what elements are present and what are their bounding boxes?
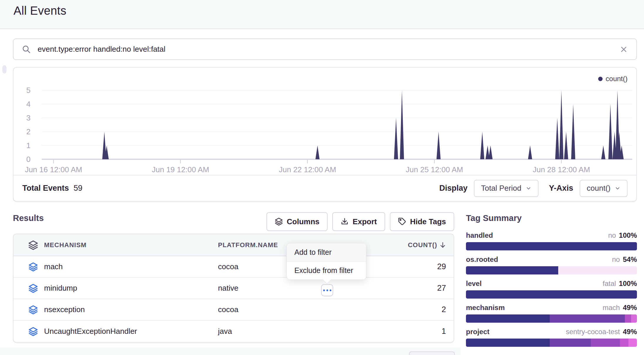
layers-icon[interactable] xyxy=(14,305,44,314)
cell-actions-button[interactable] xyxy=(321,284,333,296)
tag-top-value: no xyxy=(612,255,620,264)
count-legend-dot xyxy=(598,77,603,81)
tag-bar[interactable] xyxy=(466,266,637,274)
sort-desc-icon xyxy=(439,241,447,249)
tag-top-pct: 49% xyxy=(623,328,637,336)
yaxis-select-value: count() xyxy=(587,184,611,193)
tag-label-row: projectsentry-cocoa-test49% xyxy=(466,328,637,336)
count-cell[interactable]: 27 xyxy=(371,284,454,293)
page-title: All Events xyxy=(14,4,66,17)
chevron-down-icon xyxy=(615,185,620,191)
count-cell[interactable]: 1 xyxy=(371,327,454,336)
table-row[interactable]: UncaughtExceptionHandlerjava1 xyxy=(14,321,454,342)
tag-bar-segment[interactable] xyxy=(625,314,631,323)
bottom-strip xyxy=(0,347,461,355)
tag-item: handledno100% xyxy=(466,231,637,250)
layers-icon xyxy=(275,217,283,226)
platform-cell[interactable]: native xyxy=(218,284,371,293)
column-header-mechanism[interactable]: MECHANISM xyxy=(44,241,218,249)
tag-top-pct: 100% xyxy=(619,231,637,240)
search-input[interactable] xyxy=(38,45,619,54)
count-cell[interactable]: 2 xyxy=(371,305,454,314)
mechanism-cell[interactable]: minidump xyxy=(44,284,218,293)
tag-top-value: mach xyxy=(603,304,620,312)
display-select-value: Total Period xyxy=(481,184,521,193)
events-chart[interactable]: 012345Jun 16 12:00 AMJun 19 12:00 AMJun … xyxy=(14,71,636,176)
tag-top-value: fatal xyxy=(603,279,616,288)
search-icon xyxy=(22,45,31,54)
tag-name: project xyxy=(466,328,489,336)
tag-name: handled xyxy=(466,231,493,240)
chart-legend[interactable]: count() xyxy=(598,75,628,83)
tag-top-value: sentry-cocoa-test xyxy=(566,328,620,336)
layers-icon[interactable] xyxy=(14,327,44,336)
svg-text:5: 5 xyxy=(26,86,31,95)
layers-icon[interactable] xyxy=(14,262,44,272)
column-header-count[interactable]: COUNT() xyxy=(371,241,454,249)
count-cell[interactable]: 29 xyxy=(371,262,454,271)
export-button-label: Export xyxy=(353,217,377,226)
svg-text:3: 3 xyxy=(26,113,31,122)
svg-text:Jun 28 12:00 AM: Jun 28 12:00 AM xyxy=(533,165,590,174)
download-icon xyxy=(341,217,349,226)
svg-text:2: 2 xyxy=(26,127,31,136)
tag-top-pct: 100% xyxy=(619,279,637,288)
yaxis-select[interactable]: count() xyxy=(580,180,628,197)
mechanism-cell[interactable]: mach xyxy=(44,262,218,271)
add-to-filter-item[interactable]: Add to filter xyxy=(287,243,366,261)
table-header-row: MECHANISM PLATFORM.NAME COUNT() xyxy=(14,234,454,256)
tag-bar-segment[interactable] xyxy=(628,339,637,347)
layers-icon[interactable] xyxy=(14,284,44,293)
tag-top-value: no xyxy=(608,231,616,240)
display-select[interactable]: Total Period xyxy=(474,180,538,197)
tag-bar-segment[interactable] xyxy=(550,314,625,323)
svg-text:Jun 22 12:00 AM: Jun 22 12:00 AM xyxy=(279,165,336,174)
ellipsis-icon xyxy=(326,289,328,291)
tag-bar[interactable] xyxy=(466,242,637,250)
svg-text:Jun 16 12:00 AM: Jun 16 12:00 AM xyxy=(25,165,82,174)
tag-bar-segment[interactable] xyxy=(466,266,558,274)
tag-bar-segment[interactable] xyxy=(631,314,637,323)
tag-top-pct: 54% xyxy=(623,255,637,264)
results-table: MECHANISM PLATFORM.NAME COUNT() machcoco… xyxy=(13,234,454,343)
tag-bar-segment[interactable] xyxy=(466,314,550,323)
tag-bar[interactable] xyxy=(466,339,637,347)
pagination-partial[interactable] xyxy=(409,351,455,355)
platform-cell[interactable]: java xyxy=(218,327,371,336)
mechanism-cell[interactable]: UncaughtExceptionHandler xyxy=(44,327,218,336)
hide-tags-button[interactable]: Hide Tags xyxy=(390,212,454,231)
display-label: Display xyxy=(439,184,467,193)
count-legend-label: count() xyxy=(606,75,628,83)
layers-icon[interactable] xyxy=(14,240,44,250)
svg-text:Jun 25 12:00 AM: Jun 25 12:00 AM xyxy=(406,165,463,174)
clear-search-icon[interactable] xyxy=(619,45,628,54)
mechanism-cell[interactable]: nsexception xyxy=(44,305,218,314)
tag-bar[interactable] xyxy=(466,314,637,323)
columns-button[interactable]: Columns xyxy=(266,212,328,231)
svg-text:0: 0 xyxy=(26,155,31,164)
hide-tags-button-label: Hide Tags xyxy=(410,217,446,226)
tag-bar-segment[interactable] xyxy=(466,242,637,250)
tag-item: levelfatal100% xyxy=(466,279,637,299)
tag-name: os.rooted xyxy=(466,255,498,264)
table-row[interactable]: nsexceptioncocoa2 xyxy=(14,299,454,321)
tag-bar-segment[interactable] xyxy=(620,339,628,347)
export-button[interactable]: Export xyxy=(332,212,385,231)
tag-bar-segment[interactable] xyxy=(466,290,637,299)
columns-button-label: Columns xyxy=(287,217,319,226)
table-row[interactable]: minidumpnative27 xyxy=(14,278,454,299)
chart-footer: Total Events 59 Display Total Period Y-A… xyxy=(14,175,636,201)
tag-bar[interactable] xyxy=(466,290,637,299)
tag-bar-segment[interactable] xyxy=(558,266,637,274)
yaxis-label: Y-Axis xyxy=(549,184,573,193)
tag-bar-segment[interactable] xyxy=(591,339,620,347)
platform-cell[interactable]: cocoa xyxy=(218,305,371,314)
table-row[interactable]: machcocoa29 xyxy=(14,256,454,278)
table-body: machcocoa29minidumpnative27nsexceptionco… xyxy=(14,256,454,342)
ellipsis-icon xyxy=(323,289,325,291)
search-bar[interactable] xyxy=(13,38,637,60)
tag-label-row: os.rootedno54% xyxy=(466,255,637,264)
tag-bar-segment[interactable] xyxy=(466,339,550,347)
tag-bar-segment[interactable] xyxy=(550,339,591,347)
chevron-down-icon xyxy=(526,185,531,191)
